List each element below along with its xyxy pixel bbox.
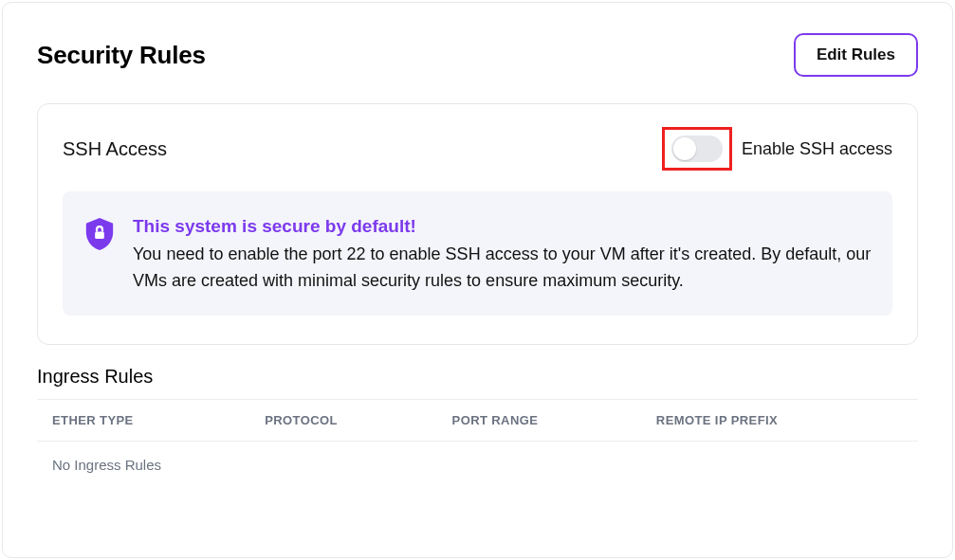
toggle-knob bbox=[673, 137, 696, 160]
svg-rect-0 bbox=[95, 231, 104, 239]
col-remote-ip-prefix: REMOTE IP PREFIX bbox=[656, 413, 903, 427]
ingress-table-header: ETHER TYPE PROTOCOL PORT RANGE REMOTE IP… bbox=[37, 400, 918, 442]
enable-ssh-toggle[interactable] bbox=[671, 135, 723, 162]
col-port-range: PORT RANGE bbox=[452, 413, 656, 427]
ssh-card-header: SSH Access Enable SSH access bbox=[63, 127, 892, 171]
edit-rules-button[interactable]: Edit Rules bbox=[794, 33, 918, 77]
toggle-highlight-box bbox=[662, 127, 732, 171]
security-rules-panel: Security Rules Edit Rules SSH Access Ena… bbox=[2, 2, 953, 558]
col-ether-type: ETHER TYPE bbox=[52, 413, 265, 427]
col-protocol: PROTOCOL bbox=[265, 413, 451, 427]
shield-lock-icon bbox=[83, 216, 116, 256]
ssh-toggle-group: Enable SSH access bbox=[662, 127, 892, 171]
ssh-info-heading: This system is secure by default! bbox=[133, 212, 872, 240]
ingress-empty-message: No Ingress Rules bbox=[37, 442, 918, 488]
page-title: Security Rules bbox=[37, 41, 206, 70]
enable-ssh-toggle-label: Enable SSH access bbox=[742, 139, 892, 159]
ssh-info-box: This system is secure by default! You ne… bbox=[63, 191, 892, 316]
ssh-info-body: You need to enable the port 22 to enable… bbox=[133, 244, 871, 290]
ssh-info-text: This system is secure by default! You ne… bbox=[133, 212, 872, 295]
ssh-card-title: SSH Access bbox=[63, 138, 167, 160]
ingress-rules-title: Ingress Rules bbox=[37, 366, 918, 388]
panel-header: Security Rules Edit Rules bbox=[37, 33, 918, 77]
ssh-access-card: SSH Access Enable SSH access This bbox=[37, 103, 918, 345]
ingress-rules-table: ETHER TYPE PROTOCOL PORT RANGE REMOTE IP… bbox=[37, 399, 918, 488]
